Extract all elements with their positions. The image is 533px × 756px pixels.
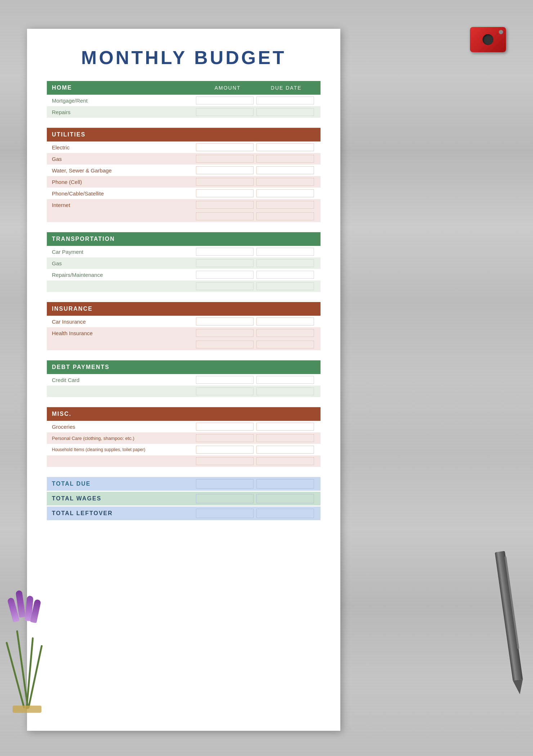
ins-row-health: Health Insurance	[47, 327, 321, 339]
debt-blank-due[interactable]	[256, 387, 314, 395]
groceries-amount[interactable]	[196, 423, 254, 431]
util-row-blank	[47, 211, 321, 222]
phone-cell-label: Phone (Cell)	[52, 179, 194, 185]
pen-body	[495, 551, 523, 680]
trans-blank-due[interactable]	[256, 282, 314, 290]
section-insurance: INSURANCE Car Insurance Health Insurance	[47, 302, 321, 350]
health-insurance-label: Health Insurance	[52, 330, 194, 336]
ins-blank-due[interactable]	[256, 341, 314, 348]
pen-tip	[513, 679, 525, 695]
ins-row-blank	[47, 339, 321, 350]
section-header-misc: MISC.	[47, 407, 321, 421]
personal-care-amount[interactable]	[196, 434, 254, 442]
electric-amount[interactable]	[196, 143, 254, 151]
repairs-due[interactable]	[256, 108, 314, 116]
total-leftover-amount[interactable]	[196, 509, 254, 518]
budget-page: MONTHLY BUDGET HOME Amount Due Date Mort…	[27, 29, 340, 731]
trans-row-blank	[47, 280, 321, 292]
section-header-transportation: TRANSPORTATION	[47, 232, 321, 246]
car-payment-amount[interactable]	[196, 248, 254, 256]
util-blank-amount[interactable]	[196, 212, 254, 220]
repairs-maint-amount[interactable]	[196, 271, 254, 279]
internet-due[interactable]	[256, 201, 314, 209]
util-row-electric: Electric	[47, 141, 321, 153]
totals-section: TOTAL DUE TOTAL WAGES TOTAL LEFTOVER	[47, 477, 321, 520]
mortgage-amount[interactable]	[196, 96, 254, 104]
health-ins-due[interactable]	[256, 329, 314, 337]
lavender-decoration	[0, 590, 65, 727]
credit-due[interactable]	[256, 376, 314, 384]
health-ins-amount[interactable]	[196, 329, 254, 337]
total-wages-row: TOTAL WAGES	[47, 492, 321, 505]
car-payment-due[interactable]	[256, 248, 314, 256]
util-gas-due[interactable]	[256, 155, 314, 163]
total-due-amount[interactable]	[196, 479, 254, 489]
personal-care-label: Personal Care (clothing, shampoo: etc.)	[52, 436, 194, 441]
pencil-sharpener-decoration	[470, 20, 513, 56]
due-col-header: Due Date	[257, 85, 315, 91]
util-row-gas: Gas	[47, 153, 321, 165]
total-leftover-row: TOTAL LEFTOVER	[47, 507, 321, 520]
trans-row-gas: Gas	[47, 257, 321, 269]
utilities-label: UTILITIES	[52, 131, 86, 138]
home-row-repairs: Repairs	[47, 106, 321, 118]
debt-row-blank	[47, 386, 321, 397]
ins-blank-amount[interactable]	[196, 341, 254, 348]
home-label: HOME	[52, 85, 198, 91]
misc-row-blank	[47, 455, 321, 467]
car-ins-amount[interactable]	[196, 318, 254, 325]
cable-amount[interactable]	[196, 189, 254, 197]
car-ins-due[interactable]	[256, 318, 314, 325]
electric-label: Electric	[52, 144, 194, 150]
water-due[interactable]	[256, 166, 314, 174]
repairs-maint-due[interactable]	[256, 271, 314, 279]
total-wages-amount[interactable]	[196, 494, 254, 503]
debt-label: DEBT PAYMENTS	[52, 364, 109, 370]
util-gas-label: Gas	[52, 156, 194, 162]
section-utilities: UTILITIES Electric Gas Water, Sewer & Ga…	[47, 128, 321, 222]
phone-cell-amount[interactable]	[196, 178, 254, 186]
trans-row-car: Car Payment	[47, 246, 321, 257]
credit-amount[interactable]	[196, 376, 254, 384]
total-wages-label: TOTAL WAGES	[52, 495, 194, 502]
pen-decoration	[495, 551, 527, 702]
util-row-internet: Internet	[47, 199, 321, 211]
household-due[interactable]	[256, 446, 314, 454]
groceries-due[interactable]	[256, 423, 314, 431]
util-blank-due[interactable]	[256, 212, 314, 220]
total-due-row: TOTAL DUE	[47, 477, 321, 491]
util-gas-amount[interactable]	[196, 155, 254, 163]
electric-due[interactable]	[256, 143, 314, 151]
personal-care-due[interactable]	[256, 434, 314, 442]
debt-blank-amount[interactable]	[196, 387, 254, 395]
household-amount[interactable]	[196, 446, 254, 454]
transportation-label: TRANSPORTATION	[52, 236, 115, 242]
misc-blank-due[interactable]	[256, 457, 314, 465]
section-header-home: HOME Amount Due Date	[47, 81, 321, 95]
repairs-amount[interactable]	[196, 108, 254, 116]
internet-amount[interactable]	[196, 201, 254, 209]
section-misc: MISC. Groceries Personal Care (clothing,…	[47, 407, 321, 467]
repairs-maintenance-label: Repairs/Maintenance	[52, 272, 194, 278]
phone-cell-due[interactable]	[256, 178, 314, 186]
section-header-insurance: INSURANCE	[47, 302, 321, 316]
misc-row-household: Household Items (cleaning supplies, toil…	[47, 444, 321, 455]
trans-row-repairs: Repairs/Maintenance	[47, 269, 321, 280]
groceries-label: Groceries	[52, 424, 194, 430]
total-wages-extra[interactable]	[256, 494, 314, 503]
misc-blank-amount[interactable]	[196, 457, 254, 465]
util-row-water: Water, Sewer & Garbage	[47, 165, 321, 176]
water-amount[interactable]	[196, 166, 254, 174]
cable-due[interactable]	[256, 189, 314, 197]
trans-blank-amount[interactable]	[196, 282, 254, 290]
section-debt: DEBT PAYMENTS Credit Card	[47, 360, 321, 397]
total-due-label: TOTAL DUE	[52, 481, 194, 487]
mortgage-due[interactable]	[256, 96, 314, 104]
total-due-extra[interactable]	[256, 479, 314, 489]
trans-gas-due[interactable]	[256, 259, 314, 267]
sharpener-body	[470, 27, 506, 52]
sharpener-screw	[499, 30, 503, 34]
total-leftover-extra[interactable]	[256, 509, 314, 518]
repairs-label: Repairs	[52, 109, 194, 115]
trans-gas-amount[interactable]	[196, 259, 254, 267]
